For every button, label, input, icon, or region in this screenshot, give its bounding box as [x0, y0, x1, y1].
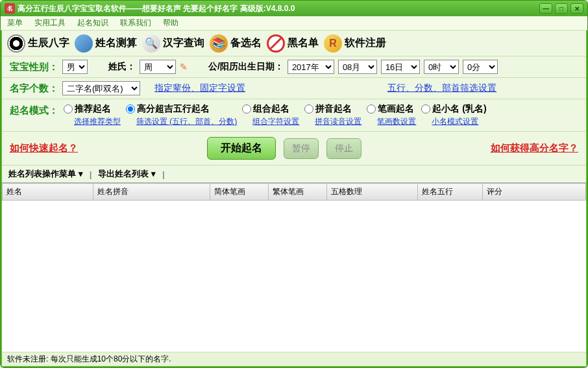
menu-tools[interactable]: 实用工具 — [34, 18, 66, 29]
mode-pinyin[interactable]: 拼音起名 — [304, 103, 352, 115]
mode-stroke-sub[interactable]: 笔画数设置 — [377, 116, 416, 127]
pause-button[interactable]: 暂停 — [284, 138, 319, 159]
count-select[interactable]: 二字名(即双名) — [62, 81, 140, 95]
year-select[interactable]: 2017年 — [288, 60, 334, 74]
tool-blacklist[interactable]: 黑名单 — [267, 34, 319, 53]
count-label: 名字个数： — [10, 82, 58, 95]
mode-recommend-sub[interactable]: 选择推荐类型 — [74, 116, 121, 127]
surname-select[interactable]: 周 — [140, 60, 176, 74]
close-button[interactable]: ✕ — [570, 3, 583, 14]
statusbar: 软件未注册: 每次只能生成10个80分以下的名字. — [2, 352, 586, 366]
window-title: 高分五行生辰八字宝宝取名软件——想要好名声 先要起个好名字 高级版:V4.8.0… — [18, 3, 539, 14]
link-fixed-char[interactable]: 指定辈份、固定字设置 — [154, 82, 245, 94]
book-icon: 📚 — [210, 34, 228, 53]
row-count: 名字个数： 二字名(即双名) 指定辈份、固定字设置 五行、分数、部首筛选设置 — [2, 78, 586, 99]
titlebar: 名 高分五行生辰八字宝宝取名软件——想要好名声 先要起个好名字 高级版:V4.8… — [1, 1, 587, 16]
results-table[interactable]: 姓名 姓名拼音 简体笔画 繁体笔画 五格数理 姓名五行 评分 — [2, 182, 586, 352]
row-mode: 起名模式： 推荐起名选择推荐类型 高分超吉五行起名筛选设置 (五行、部首、分数)… — [2, 99, 586, 132]
row-actions: 如何快速起名？ 开始起名 暂停 停止 如何获得高分名字？ — [2, 132, 586, 166]
magnifier-icon: 🔍 — [142, 34, 160, 53]
surname-label: 姓氏： — [108, 61, 136, 73]
link-help-high[interactable]: 如何获得高分名字？ — [491, 142, 578, 154]
menu-main[interactable]: 菜单 — [7, 18, 23, 29]
mode-wuxing-sub[interactable]: 筛选设置 (五行、部首、分数) — [136, 116, 237, 127]
tool-bazi[interactable]: 生辰八字 — [7, 34, 69, 53]
list-menu[interactable]: 姓名列表操作菜单 ▾ — [8, 168, 83, 180]
stop-button[interactable]: 停止 — [326, 138, 361, 159]
status-text: 软件未注册: 每次只能生成10个80分以下的名字. — [7, 354, 171, 365]
col-name[interactable]: 姓名 — [3, 184, 93, 201]
window-controls: — □ ✕ — [539, 3, 583, 14]
forbid-icon — [267, 34, 285, 53]
mode-label: 起名模式： — [10, 103, 58, 117]
link-help-fast[interactable]: 如何快速起名？ — [10, 142, 78, 154]
app-window: 名 高分五行生辰八字宝宝取名软件——想要好名声 先要起个好名字 高级版:V4.8… — [0, 0, 588, 368]
mode-wuxing[interactable]: 高分超吉五行起名 — [126, 103, 210, 115]
list-export[interactable]: 导出姓名列表 ▾ — [98, 168, 156, 180]
start-button[interactable]: 开始起名 — [207, 137, 276, 160]
content-area: 生辰八字 姓名测算 🔍汉字查询 📚备选名 黑名单 R软件注册 宝宝性别： 男 姓… — [1, 31, 587, 367]
menu-help[interactable]: 帮助 — [163, 18, 178, 29]
row-basic: 宝宝性别： 男 姓氏： 周 ✎ 公/阳历出生日期： 2017年 08月 16日 … — [2, 56, 586, 78]
tool-char-lookup[interactable]: 🔍汉字查询 — [142, 34, 204, 53]
list-ops-bar: 姓名列表操作菜单 ▾ | 导出姓名列表 ▾ | — [2, 166, 586, 182]
month-select[interactable]: 08月 — [338, 60, 377, 74]
tool-name-test[interactable]: 姓名测算 — [75, 34, 137, 53]
mode-nickname-sub[interactable]: 小名模式设置 — [432, 116, 478, 127]
globe-icon — [75, 34, 93, 53]
col-simp-strokes[interactable]: 简体笔画 — [210, 184, 269, 201]
mode-pinyin-sub[interactable]: 拼音读音设置 — [315, 116, 361, 127]
app-icon: 名 — [5, 3, 15, 14]
edit-surname-icon[interactable]: ✎ — [180, 62, 188, 72]
birth-label: 公/阳历出生日期： — [208, 61, 284, 73]
minimize-button[interactable]: — — [539, 3, 552, 14]
toolbar: 生辰八字 姓名测算 🔍汉字查询 📚备选名 黑名单 R软件注册 — [2, 31, 586, 56]
hour-select[interactable]: 0时 — [424, 60, 459, 74]
link-filter[interactable]: 五行、分数、部首筛选设置 — [387, 82, 496, 94]
menubar: 菜单 实用工具 起名知识 联系我们 帮助 — [1, 16, 587, 31]
gender-select[interactable]: 男 — [62, 60, 88, 74]
minute-select[interactable]: 0分 — [463, 60, 498, 74]
day-select[interactable]: 16日 — [381, 60, 420, 74]
tool-candidates[interactable]: 📚备选名 — [210, 34, 262, 53]
mode-stroke[interactable]: 笔画起名 — [367, 103, 414, 115]
menu-contact[interactable]: 联系我们 — [120, 18, 151, 29]
maximize-button[interactable]: □ — [555, 3, 568, 14]
col-score[interactable]: 评分 — [483, 184, 586, 201]
mode-recommend[interactable]: 推荐起名 — [64, 103, 111, 115]
col-pinyin[interactable]: 姓名拼音 — [93, 184, 210, 201]
table-header-row: 姓名 姓名拼音 简体笔画 繁体笔画 五格数理 姓名五行 评分 — [3, 184, 586, 201]
tool-register[interactable]: R软件注册 — [324, 34, 386, 53]
menu-knowledge[interactable]: 起名知识 — [77, 18, 108, 29]
bagua-icon — [7, 34, 25, 53]
mode-combo[interactable]: 组合起名 — [242, 103, 289, 115]
col-trad-strokes[interactable]: 繁体笔画 — [269, 184, 327, 201]
col-wuxing[interactable]: 姓名五行 — [418, 184, 483, 201]
mode-combo-sub[interactable]: 组合字符设置 — [252, 116, 299, 127]
col-wuge[interactable]: 五格数理 — [327, 184, 418, 201]
mode-nickname[interactable]: 起小名 (乳名) — [421, 103, 486, 115]
register-icon: R — [324, 34, 342, 53]
gender-label: 宝宝性别： — [10, 61, 58, 73]
